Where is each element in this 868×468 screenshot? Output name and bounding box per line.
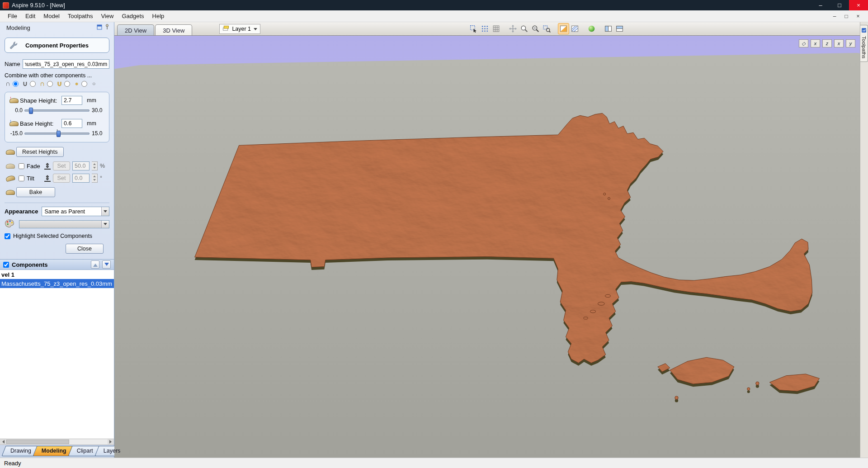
view-along-x2-button[interactable]: x [834, 39, 844, 47]
components-horizontal-scrollbar[interactable] [0, 439, 114, 445]
tilt-checkbox[interactable] [19, 175, 24, 181]
toolpaths-icon [861, 28, 867, 34]
pan-view-button[interactable] [507, 23, 519, 34]
tile-horizontal-button[interactable] [614, 23, 625, 34]
snap-grid-icon [481, 25, 489, 33]
scroll-right-arrow[interactable] [108, 439, 114, 444]
fade-anchor-icon[interactable]: ⇕ [44, 163, 51, 170]
tilt-value-input[interactable] [72, 174, 90, 183]
layer-dropdown[interactable]: Layer 1 [219, 24, 260, 34]
bake-button[interactable]: Bake [16, 187, 55, 197]
toolpaths-dock-strip: Toolpaths [860, 22, 868, 458]
mdi-restore-button[interactable]: □ [843, 13, 850, 19]
base-height-slider[interactable] [24, 132, 90, 135]
zoom-out-button[interactable] [530, 23, 541, 34]
toggle-wireframe-button[interactable] [569, 23, 580, 34]
highlight-selected-checkbox[interactable] [5, 233, 10, 239]
base-height-slider-handle[interactable] [57, 131, 61, 137]
shape-height-slider-handle[interactable] [29, 108, 33, 114]
reset-heights-button[interactable]: Reset Heights [16, 147, 64, 157]
appearance-dropdown[interactable]: Same as Parent [42, 207, 109, 216]
tab-modeling[interactable]: Modeling [35, 446, 73, 456]
scroll-left-arrow[interactable] [0, 439, 6, 444]
toggle-grid-button[interactable] [491, 23, 502, 34]
select-vectors-button[interactable] [468, 23, 479, 34]
chevron-down-icon [254, 28, 257, 32]
toggle-shading-button[interactable] [558, 23, 569, 34]
components-tree: vel 1 Massachusetts_75_z3_open_res_0.03m… [0, 270, 114, 439]
minimize-button[interactable]: – [811, 0, 830, 10]
tilt-label: Tilt [27, 175, 42, 182]
view-down-z-button[interactable]: z [822, 39, 832, 47]
tilt-spinner[interactable] [92, 174, 98, 183]
modeling-panel: Modeling Component Properties Name Combi… [0, 22, 114, 458]
canvas-toolbar: 2D View 3D View Layer 1 [114, 22, 860, 35]
base-height-label: Base Height: [20, 120, 61, 127]
menu-view[interactable]: View [97, 11, 118, 21]
fade-checkbox[interactable] [19, 163, 24, 169]
components-checkbox[interactable] [3, 262, 9, 268]
pin-icon[interactable] [105, 24, 109, 31]
mdi-minimize-button[interactable]: – [831, 13, 838, 19]
material-sphere-icon [588, 25, 595, 33]
tab-3d-view[interactable]: 3D View [155, 24, 192, 35]
fade-set-button[interactable]: Set [53, 161, 70, 170]
menu-file[interactable]: File [4, 11, 21, 21]
tile-vertical-button[interactable] [603, 23, 614, 34]
view-along-x-button[interactable]: x [811, 39, 820, 47]
menu-model[interactable]: Model [39, 11, 63, 21]
status-bar: Ready [0, 458, 868, 468]
move-component-up-button[interactable] [91, 260, 99, 269]
component-selected-item[interactable]: Massachusetts_75_z3_open_res_0.03mm [0, 279, 114, 288]
grid-icon [492, 25, 500, 33]
shape-height-slider[interactable] [24, 109, 90, 112]
toolpaths-tab-label: Toolpaths [861, 36, 867, 58]
material-button[interactable] [586, 23, 597, 34]
menu-edit[interactable]: Edit [21, 11, 39, 21]
move-component-down-button[interactable] [102, 260, 111, 269]
view-along-y-button[interactable]: y [846, 39, 855, 47]
zoom-box-button[interactable] [541, 23, 552, 34]
menu-help[interactable]: Help [148, 11, 169, 21]
zoom-button[interactable] [519, 23, 530, 34]
combine-merge-high-radio[interactable] [47, 81, 53, 87]
snap-grid-button[interactable] [479, 23, 491, 34]
component-properties-title-box: Component Properties [5, 38, 109, 53]
component-name-input[interactable] [23, 59, 109, 69]
toolpaths-tab[interactable]: Toolpaths [860, 25, 868, 62]
tilt-set-button[interactable]: Set [53, 174, 70, 183]
base-height-input[interactable] [61, 119, 82, 128]
component-color-dropdown[interactable] [19, 220, 109, 228]
mdi-close-button[interactable]: × [854, 13, 862, 19]
tilt-anchor-icon[interactable]: ⇕ [44, 175, 51, 182]
base-height-unit: mm [87, 120, 96, 127]
close-button[interactable]: × [849, 0, 868, 10]
isometric-view-button[interactable]: ◇ [799, 39, 808, 47]
heights-group: ↑ Shape Height: mm 0.0 30.0 ↕ Base Heigh… [5, 92, 109, 142]
menu-toolpaths[interactable]: Toolpaths [64, 11, 97, 21]
fade-spinner[interactable] [92, 161, 98, 170]
chevron-down-icon [101, 221, 109, 228]
restore-button[interactable]: □ [830, 0, 849, 10]
combine-subtract-radio[interactable] [30, 81, 36, 87]
layer-icon [222, 25, 229, 33]
fade-value-input[interactable] [72, 161, 90, 170]
zoom-icon [520, 25, 528, 33]
combine-multiply-radio[interactable] [81, 81, 87, 87]
appearance-value: Same as Parent [44, 208, 85, 215]
palette-icon [5, 219, 14, 229]
shading-icon [560, 25, 567, 33]
tab-2d-view[interactable]: 2D View [117, 24, 154, 35]
scrollbar-thumb[interactable] [6, 440, 69, 444]
component-level-item[interactable]: vel 1 [0, 270, 114, 279]
combine-merge-low-radio[interactable] [64, 81, 70, 87]
components-section-header: Components [0, 259, 114, 270]
tilt-unit: ° [100, 175, 102, 181]
close-panel-button[interactable]: Close [66, 244, 104, 254]
3d-viewport[interactable]: ◇ x z x y [114, 35, 860, 458]
shape-height-input[interactable] [61, 96, 82, 105]
dock-icon[interactable] [97, 24, 102, 31]
menu-gadgets[interactable]: Gadgets [118, 11, 148, 21]
select-vectors-icon [470, 25, 477, 33]
combine-add-radio[interactable] [13, 81, 19, 87]
